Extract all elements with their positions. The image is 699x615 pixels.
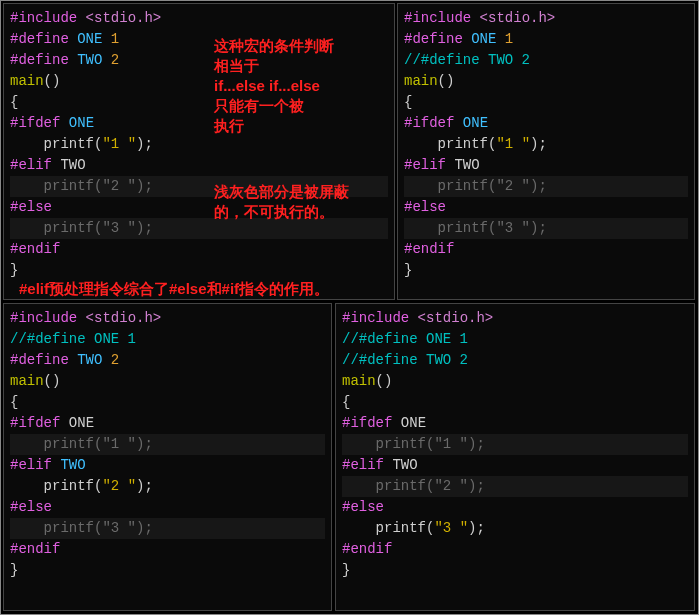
code-line: #elif TWO bbox=[404, 155, 688, 176]
code-line: main() bbox=[10, 371, 325, 392]
macro-name: TWO bbox=[69, 52, 103, 68]
preproc-else: #else bbox=[342, 499, 384, 515]
inactive-branch: printf("2 "); bbox=[404, 176, 688, 197]
call: printf( bbox=[10, 136, 102, 152]
call-end: ); bbox=[530, 136, 547, 152]
active-branch: printf("2 "); bbox=[10, 476, 325, 497]
preproc-ifdef: #ifdef bbox=[342, 415, 392, 431]
code-line: #else bbox=[10, 497, 325, 518]
code-line: #else bbox=[404, 197, 688, 218]
annotation-text-2: 浅灰色部分是被屏蔽 的，不可执行的。 bbox=[214, 182, 394, 222]
code-line: main() bbox=[404, 71, 688, 92]
preproc-elif: #elif bbox=[404, 157, 446, 173]
function-name: main bbox=[10, 373, 44, 389]
macro-ref: ONE bbox=[454, 115, 488, 131]
function-name: main bbox=[10, 73, 44, 89]
code-line: #ifdef ONE bbox=[342, 413, 688, 434]
code-panel-4: #include <stdio.h> //#define ONE 1 //#de… bbox=[335, 303, 695, 611]
preproc-endif: #endif bbox=[342, 541, 392, 557]
paren: () bbox=[44, 73, 61, 89]
preproc-endif: #endif bbox=[10, 241, 60, 257]
call-end: ); bbox=[136, 478, 153, 494]
macro-ref: ONE bbox=[60, 115, 94, 131]
include-target: <stdio.h> bbox=[77, 10, 161, 26]
preproc-else: #else bbox=[10, 499, 52, 515]
macro-value: 1 bbox=[496, 31, 513, 47]
code-line: #define TWO 2 bbox=[10, 350, 325, 371]
brace-close: } bbox=[404, 260, 688, 281]
string-literal: "2 " bbox=[102, 478, 136, 494]
code-panel-2: #include <stdio.h> #define ONE 1 //#defi… bbox=[397, 3, 695, 300]
comment-line: //#define ONE 1 bbox=[342, 329, 688, 350]
inactive-branch: printf("3 "); bbox=[404, 218, 688, 239]
call: printf( bbox=[404, 136, 496, 152]
comment-line: //#define ONE 1 bbox=[10, 329, 325, 350]
preproc-ifdef: #ifdef bbox=[10, 115, 60, 131]
include-target: <stdio.h> bbox=[77, 310, 161, 326]
preproc-define: #define bbox=[10, 352, 69, 368]
comment-line: //#define TWO 2 bbox=[342, 350, 688, 371]
code-line: #endif bbox=[342, 539, 688, 560]
comment-line: //#define TWO 2 bbox=[404, 50, 688, 71]
preproc-define: #define bbox=[404, 31, 463, 47]
active-branch: printf("1 "); bbox=[404, 134, 688, 155]
macro-ref: TWO bbox=[384, 457, 418, 473]
preproc-define: #define bbox=[10, 52, 69, 68]
function-name: main bbox=[404, 73, 438, 89]
macro-ref: ONE bbox=[392, 415, 426, 431]
code-line: #elif TWO bbox=[10, 455, 325, 476]
brace-open: { bbox=[342, 392, 688, 413]
code-panel-3: #include <stdio.h> //#define ONE 1 #defi… bbox=[3, 303, 332, 611]
code-line: #include <stdio.h> bbox=[404, 8, 688, 29]
string-literal: "1 " bbox=[102, 136, 136, 152]
preproc-include: #include bbox=[404, 10, 471, 26]
code-line: #elif TWO bbox=[10, 155, 388, 176]
macro-name: ONE bbox=[463, 31, 497, 47]
code-line: #endif bbox=[404, 239, 688, 260]
preproc-define: #define bbox=[10, 31, 69, 47]
include-target: <stdio.h> bbox=[409, 310, 493, 326]
macro-value: 2 bbox=[102, 52, 119, 68]
code-line: main() bbox=[342, 371, 688, 392]
code-line: #include <stdio.h> bbox=[10, 8, 388, 29]
code-line: #endif bbox=[10, 239, 388, 260]
call: printf( bbox=[10, 478, 102, 494]
string-literal: "3 " bbox=[434, 520, 468, 536]
paren: () bbox=[44, 373, 61, 389]
brace-open: { bbox=[404, 92, 688, 113]
macro-value: 1 bbox=[102, 31, 119, 47]
code-line: #include <stdio.h> bbox=[10, 308, 325, 329]
active-branch: printf("3 "); bbox=[342, 518, 688, 539]
macro-name: ONE bbox=[69, 31, 103, 47]
preproc-else: #else bbox=[404, 199, 446, 215]
inactive-branch: printf("2 "); bbox=[342, 476, 688, 497]
brace-open: { bbox=[10, 392, 325, 413]
macro-name: TWO bbox=[69, 352, 103, 368]
macro-value: 2 bbox=[102, 352, 119, 368]
paren: () bbox=[438, 73, 455, 89]
function-name: main bbox=[342, 373, 376, 389]
call-end: ); bbox=[136, 136, 153, 152]
annotation-text-3: #elif预处理指令综合了#else和#if指令的作用。 bbox=[19, 279, 399, 299]
brace-close: } bbox=[342, 560, 688, 581]
preproc-elif: #elif bbox=[10, 457, 52, 473]
code-line: #ifdef ONE bbox=[404, 113, 688, 134]
paren: () bbox=[376, 373, 393, 389]
code-panel-1: #include <stdio.h> #define ONE 1 #define… bbox=[3, 3, 395, 300]
brace-close: } bbox=[10, 560, 325, 581]
code-line: #elif TWO bbox=[342, 455, 688, 476]
include-target: <stdio.h> bbox=[471, 10, 555, 26]
preproc-include: #include bbox=[10, 10, 77, 26]
macro-ref: TWO bbox=[52, 457, 86, 473]
inactive-branch: printf("1 "); bbox=[10, 434, 325, 455]
inactive-branch: printf("3 "); bbox=[10, 518, 325, 539]
preproc-elif: #elif bbox=[342, 457, 384, 473]
macro-ref: ONE bbox=[60, 415, 94, 431]
preproc-include: #include bbox=[342, 310, 409, 326]
code-line: #ifdef ONE bbox=[10, 413, 325, 434]
call: printf( bbox=[342, 520, 434, 536]
macro-ref: TWO bbox=[446, 157, 480, 173]
preproc-endif: #endif bbox=[10, 541, 60, 557]
call-end: ); bbox=[468, 520, 485, 536]
annotation-text-1: 这种宏的条件判断 相当于 if...else if...else 只能有一个被 … bbox=[214, 36, 394, 136]
